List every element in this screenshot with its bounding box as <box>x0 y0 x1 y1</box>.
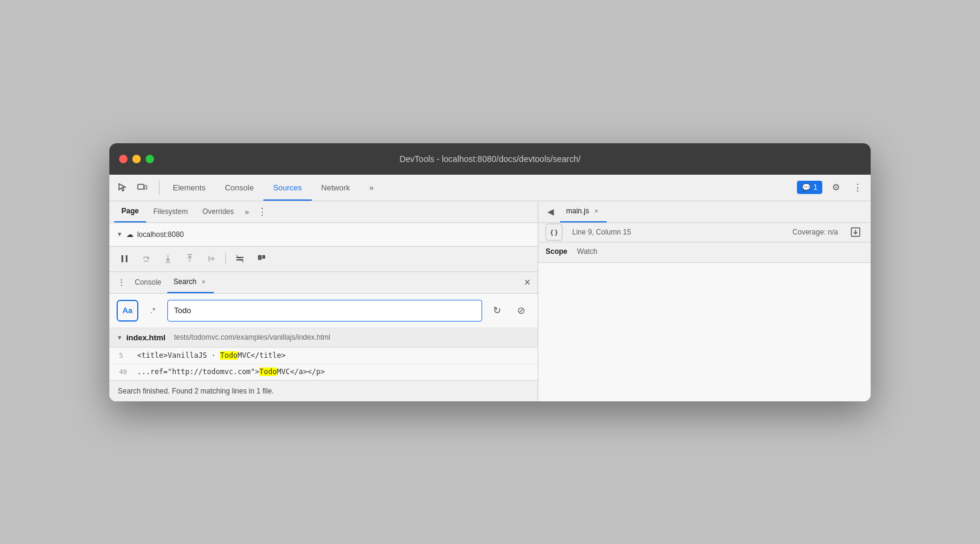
step-button[interactable] <box>204 251 219 267</box>
main-toolbar: Elements Console Sources Network » 💬 <box>109 175 871 201</box>
highlight-todo-1: Todo <box>220 351 237 360</box>
sources-tab-filesystem[interactable]: Filesystem <box>146 201 195 222</box>
cursor-position: Line 9, Column 15 <box>572 228 631 236</box>
bottom-panel-tabs: ⋮ Console Search × × <box>109 272 538 294</box>
search-input-row: Aa .* ↻ ⊘ <box>109 294 538 328</box>
svg-rect-3 <box>126 255 127 262</box>
deactivate-breakpoints-button[interactable] <box>232 251 248 267</box>
debug-divider <box>225 253 226 265</box>
file-tree-host-item[interactable]: ▼ ☁ localhost:8080 <box>109 228 538 241</box>
toolbar-right: 💬 1 ⚙ ⋮ <box>797 179 866 196</box>
case-sensitive-button[interactable]: Aa <box>117 300 138 322</box>
svg-rect-1 <box>144 186 147 189</box>
minimize-button[interactable] <box>132 155 141 163</box>
inspect-element-button[interactable] <box>114 179 131 196</box>
svg-rect-14 <box>258 255 262 260</box>
settings-button[interactable]: ⚙ <box>827 179 844 196</box>
tab-search[interactable]: Search × <box>167 272 214 293</box>
result-file-name: index.html <box>126 333 166 342</box>
main-content: Page Filesystem Overrides » ⋮ <box>109 201 871 401</box>
regex-button[interactable]: .* <box>143 301 163 320</box>
panel-close-button[interactable]: × <box>521 276 533 289</box>
close-button[interactable] <box>119 155 127 163</box>
result-file-path: tests/todomvc.com/examples/vanillajs/ind… <box>174 333 330 342</box>
step-over-button[interactable] <box>138 251 154 267</box>
main-tabs: Elements Console Sources Network » <box>163 175 797 201</box>
line-content-5: <title>VanillaJS · TodoMVC</title> <box>137 351 528 360</box>
code-info-bar: { } Line 9, Column 15 Coverage: n/a <box>538 223 871 242</box>
scope-watch-tabs: Scope Watch <box>538 242 871 263</box>
file-tab-bar: ◀ main.js × <box>538 201 871 223</box>
sources-tab-overrides[interactable]: Overrides <box>195 201 241 222</box>
download-button[interactable] <box>848 224 863 240</box>
left-panel: Page Filesystem Overrides » ⋮ <box>109 201 538 401</box>
search-status: Search finished. Found 2 matching lines … <box>109 380 538 401</box>
file-tab-mainjs[interactable]: main.js × <box>560 201 607 222</box>
search-tab-close-button[interactable]: × <box>199 277 208 286</box>
refresh-search-button[interactable]: ↻ <box>487 301 506 320</box>
coverage-label: Coverage: n/a <box>793 228 838 236</box>
cloud-icon: ☁ <box>126 230 134 239</box>
sources-more-tabs-button[interactable]: » <box>241 201 253 222</box>
tab-elements[interactable]: Elements <box>163 175 215 201</box>
search-results: ▼ index.html tests/todomvc.com/examples/… <box>109 328 538 380</box>
more-options-button[interactable]: ⋮ <box>849 179 866 196</box>
tab-console-bottom[interactable]: Console <box>129 272 167 293</box>
chevron-down-icon: ▼ <box>117 231 123 238</box>
result-chevron-icon: ▼ <box>117 334 123 341</box>
toolbar-divider-1 <box>159 180 160 195</box>
devtools-window: DevTools - localhost:8080/docs/devtools/… <box>109 143 871 401</box>
clear-search-button[interactable]: ⊘ <box>511 301 530 320</box>
chat-icon: 💬 <box>802 183 811 192</box>
file-tab-label: main.js <box>566 207 589 215</box>
tab-console[interactable]: Console <box>215 175 263 201</box>
svg-rect-2 <box>121 255 123 262</box>
highlight-todo-2: Todo <box>259 368 277 376</box>
devtools-body: Elements Console Sources Network » 💬 <box>109 175 871 401</box>
file-back-button[interactable]: ◀ <box>543 204 558 219</box>
step-into-button[interactable] <box>160 251 176 267</box>
panel-dots-button[interactable]: ⋮ <box>114 275 129 290</box>
svg-rect-15 <box>262 255 265 259</box>
result-line-5[interactable]: 5 <title>VanillaJS · TodoMVC</title> <box>109 348 538 364</box>
debug-toolbar <box>109 247 538 272</box>
svg-rect-0 <box>138 184 144 189</box>
maximize-button[interactable] <box>146 155 154 163</box>
toolbar-icons <box>114 179 150 196</box>
result-file-header[interactable]: ▼ index.html tests/todomvc.com/examples/… <box>109 328 538 348</box>
step-out-button[interactable] <box>182 251 198 267</box>
pause-button[interactable] <box>117 251 132 267</box>
svg-line-11 <box>236 255 243 262</box>
scope-tab[interactable]: Scope <box>546 247 567 257</box>
pause-on-exception-button[interactable] <box>254 251 269 267</box>
watch-tab[interactable]: Watch <box>577 247 598 257</box>
search-panel: Aa .* ↻ ⊘ ▼ index.html <box>109 294 538 401</box>
sources-sub-tabs: Page Filesystem Overrides » ⋮ <box>109 201 538 223</box>
title-bar: DevTools - localhost:8080/docs/devtools/… <box>109 143 871 175</box>
line-content-40: ...ref="http://todomvc.com">TodoMVC</a><… <box>137 368 528 376</box>
device-mode-button[interactable] <box>134 179 150 196</box>
traffic-lights <box>119 155 154 163</box>
chat-badge-button[interactable]: 💬 1 <box>797 181 822 194</box>
right-panel: ◀ main.js × { } Line 9, Column 15 Covera… <box>538 201 871 401</box>
tab-more[interactable]: » <box>359 175 383 201</box>
line-number-40: 40 <box>119 368 137 376</box>
format-code-button[interactable]: { } <box>546 224 563 241</box>
host-label: localhost:8080 <box>137 230 184 239</box>
window-title: DevTools - localhost:8080/docs/devtools/… <box>399 154 581 164</box>
tab-sources[interactable]: Sources <box>263 175 312 201</box>
file-tab-close-button[interactable]: × <box>592 207 601 215</box>
search-input[interactable] <box>167 300 482 322</box>
line-number-5: 5 <box>119 352 137 360</box>
sources-tab-menu-button[interactable]: ⋮ <box>257 206 267 218</box>
tab-network[interactable]: Network <box>312 175 360 201</box>
sources-tab-page[interactable]: Page <box>114 201 146 222</box>
result-line-40[interactable]: 40 ...ref="http://todomvc.com">TodoMVC</… <box>109 364 538 380</box>
file-tree: ▼ ☁ localhost:8080 <box>109 223 538 247</box>
